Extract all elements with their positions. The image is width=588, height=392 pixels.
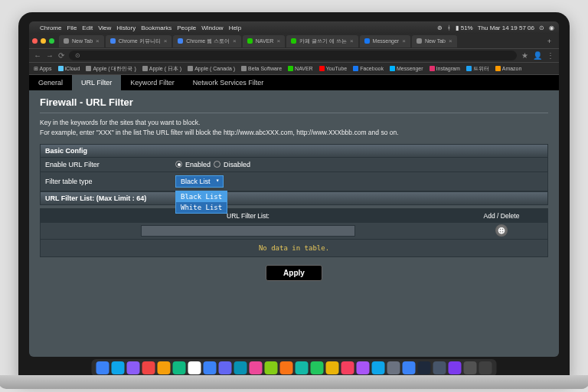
option-white-list[interactable]: White List bbox=[176, 202, 227, 213]
bookmark-item[interactable]: iCloud bbox=[58, 66, 80, 71]
filter-type-dropdown: Black List White List bbox=[175, 191, 227, 214]
bookmark-item[interactable]: Apple ( Canada ) bbox=[188, 66, 235, 71]
filter-type-row: Filter table type Black List Black List … bbox=[40, 172, 548, 191]
address-bar-row: ← → ⟳ ⊙ ★ 👤 ⋮ bbox=[29, 49, 559, 63]
siri-icon[interactable]: ◉ bbox=[549, 24, 554, 31]
no-data-message: No data in table. bbox=[41, 239, 547, 256]
page-content: GeneralURL FilterKeyword FilterNetwork S… bbox=[29, 75, 559, 357]
profile-icon[interactable]: 👤 bbox=[533, 51, 542, 60]
menu-edit[interactable]: Edit bbox=[82, 24, 93, 31]
menu-history[interactable]: History bbox=[116, 24, 136, 31]
tab-network-services-filter[interactable]: Network Services Filter bbox=[184, 75, 273, 90]
close-icon[interactable]: × bbox=[402, 38, 406, 44]
close-icon[interactable]: × bbox=[233, 38, 237, 44]
bookmark-item[interactable]: 트위터 bbox=[466, 65, 489, 73]
enable-row: Enable URL Filter Enabled Disabled bbox=[40, 158, 548, 172]
disabled-radio[interactable] bbox=[214, 161, 220, 168]
close-icon[interactable]: × bbox=[96, 38, 100, 44]
page-tabs: GeneralURL FilterKeyword FilterNetwork S… bbox=[29, 75, 559, 90]
col-action: Add / Delete bbox=[456, 209, 547, 223]
browser-tab[interactable]: New Tab× bbox=[412, 35, 457, 47]
bookmark-item[interactable]: Messenger bbox=[390, 66, 423, 71]
laptop-frame: ChromeFileEditViewHistoryBookmarksPeople… bbox=[18, 12, 570, 380]
menubar-right: ⊚ ᚼ ▮ 51% Thu Mar 14 19 57 06 ⊙ ◉ bbox=[437, 24, 554, 31]
browser-tabbar: New Tab×Chrome 커뮤니티×Chrome 웹 스토어×NAVER×카… bbox=[29, 34, 559, 49]
browser-tab[interactable]: 카페 글쓰기 에 쓰는× bbox=[286, 35, 358, 47]
bookmark-item[interactable]: YouTube bbox=[319, 66, 348, 71]
bookmark-item[interactable]: Facebook bbox=[353, 66, 384, 71]
bookmarks-bar: ⊞ AppsiCloudApple ( 대한민국 )Apple ( 日本 )Ap… bbox=[29, 63, 559, 75]
tab-keyword-filter[interactable]: Keyword Filter bbox=[121, 75, 184, 90]
menu-file[interactable]: File bbox=[67, 24, 77, 31]
close-icon[interactable]: × bbox=[449, 38, 452, 44]
browser-tab[interactable]: Chrome 커뮤니티× bbox=[106, 35, 172, 47]
new-tab-button[interactable]: + bbox=[543, 38, 556, 45]
tab-url-filter[interactable]: URL Filter bbox=[72, 75, 121, 90]
menu-bookmarks[interactable]: Bookmarks bbox=[141, 24, 172, 31]
wifi-icon[interactable]: ⊚ bbox=[437, 24, 443, 31]
forward-button[interactable]: → bbox=[46, 51, 54, 60]
menu-window[interactable]: Window bbox=[201, 24, 223, 31]
col-url: URL Filter List: bbox=[41, 209, 456, 223]
battery-icon[interactable]: ▮ 51% bbox=[456, 24, 472, 31]
apps-icon[interactable]: ⊞ Apps bbox=[34, 66, 52, 72]
browser-tab[interactable]: New Tab× bbox=[59, 35, 104, 47]
enabled-radio[interactable] bbox=[175, 161, 182, 168]
filter-type-select[interactable]: Black List bbox=[175, 175, 224, 188]
add-button[interactable]: ⊕ bbox=[495, 224, 508, 237]
menu-help[interactable]: Help bbox=[229, 24, 241, 31]
page-title: Firewall - URL Filter bbox=[40, 96, 548, 108]
bookmark-item[interactable]: Apple ( 日本 ) bbox=[142, 65, 181, 73]
reload-button[interactable]: ⟳ bbox=[58, 51, 64, 60]
option-black-list[interactable]: Black List bbox=[176, 191, 227, 202]
mac-menubar: ChromeFileEditViewHistoryBookmarksPeople… bbox=[29, 21, 559, 34]
url-list-header: URL Filter List: (Max Limit : 64) bbox=[40, 191, 548, 205]
menu-people[interactable]: People bbox=[177, 24, 196, 31]
close-icon[interactable]: × bbox=[164, 38, 168, 44]
extensions-icon[interactable]: ★ bbox=[521, 51, 528, 60]
menu-view[interactable]: View bbox=[98, 24, 111, 31]
bookmark-item[interactable]: Instagram bbox=[430, 66, 460, 71]
filter-type-label: Filter table type bbox=[41, 175, 171, 188]
apply-button[interactable]: Apply bbox=[266, 265, 322, 281]
screen: ChromeFileEditViewHistoryBookmarksPeople… bbox=[29, 21, 559, 357]
basic-config-header: Basic Config bbox=[40, 144, 548, 158]
url-input[interactable] bbox=[141, 225, 355, 237]
description: Key in the keywords for the sites that y… bbox=[40, 118, 548, 138]
bookmark-item[interactable]: Apple ( 대한민국 ) bbox=[86, 65, 136, 73]
back-button[interactable]: ← bbox=[34, 51, 41, 60]
bookmark-item[interactable]: NAVER bbox=[288, 66, 313, 71]
browser-tab[interactable]: Messenger× bbox=[360, 35, 410, 47]
divider bbox=[40, 113, 548, 113]
tab-general[interactable]: General bbox=[29, 75, 72, 90]
close-icon[interactable]: × bbox=[350, 38, 354, 44]
bookmark-item[interactable]: Amazon bbox=[495, 66, 522, 71]
browser-tab[interactable]: Chrome 웹 스토어× bbox=[173, 35, 240, 47]
menu-chrome[interactable]: Chrome bbox=[40, 24, 61, 31]
window-controls[interactable] bbox=[32, 38, 54, 44]
address-bar[interactable]: ⊙ bbox=[69, 51, 517, 60]
browser-tab[interactable]: NAVER× bbox=[243, 35, 285, 47]
bluetooth-icon[interactable]: ᚼ bbox=[447, 24, 451, 31]
menu-icon[interactable]: ⋮ bbox=[547, 51, 554, 60]
clock[interactable]: Thu Mar 14 19 57 06 bbox=[478, 24, 534, 31]
bookmark-item[interactable]: Beta Software bbox=[241, 66, 282, 71]
enable-label: Enable URL Filter bbox=[41, 158, 171, 172]
search-icon[interactable]: ⊙ bbox=[539, 24, 544, 31]
close-icon[interactable]: × bbox=[276, 38, 280, 44]
url-filter-table: URL Filter List: Add / Delete ⊕ No data … bbox=[40, 208, 548, 257]
